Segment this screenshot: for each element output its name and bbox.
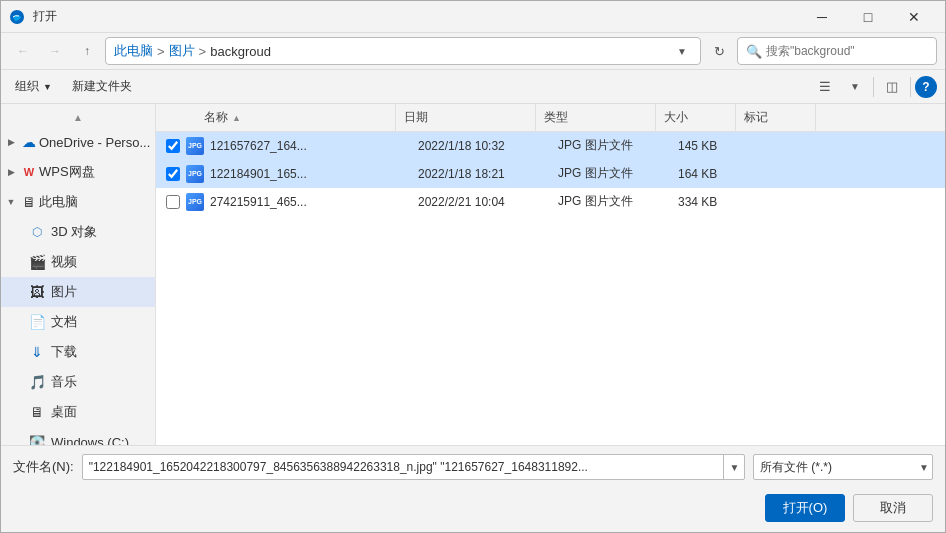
drivec-label: Windows (C:) [51, 435, 129, 446]
file-size-2: 334 KB [670, 195, 750, 209]
thispc-label: 此电脑 [39, 193, 78, 211]
file-name-1: 122184901_165... [210, 167, 410, 181]
sidebar-scroll-up: ▲ [1, 108, 155, 127]
pictures-label: 图片 [51, 283, 77, 301]
filename-input[interactable] [82, 454, 745, 480]
dialog-title: 打开 [33, 8, 799, 25]
breadcrumb-part-3: backgroud [210, 44, 271, 59]
up-button[interactable]: ↑ [73, 37, 101, 65]
breadcrumb-sep-2: > [199, 44, 207, 59]
music-label: 音乐 [51, 373, 77, 391]
title-bar: 打开 ─ □ ✕ [1, 1, 945, 33]
new-folder-button[interactable]: 新建文件夹 [66, 74, 138, 100]
organize-label: 组织 [15, 78, 39, 95]
column-header-type[interactable]: 类型 [536, 104, 656, 131]
column-header-name[interactable]: 名称 ▲ [196, 104, 396, 131]
forward-button[interactable]: → [41, 37, 69, 65]
cancel-button[interactable]: 取消 [853, 494, 933, 522]
drivec-icon: 💽 [29, 434, 45, 445]
file-icon-2: JPG [186, 193, 204, 211]
jpg-icon-0: JPG [186, 137, 204, 155]
sidebar-item-thispc[interactable]: ▼ 🖥 此电脑 [1, 187, 155, 217]
column-header-date[interactable]: 日期 [396, 104, 536, 131]
preview-button[interactable]: ◫ [878, 74, 906, 100]
file-checkbox-2[interactable] [164, 193, 182, 211]
sidebar-item-documents[interactable]: 📄 文档 [1, 307, 155, 337]
help-button[interactable]: ? [915, 76, 937, 98]
wps-collapse-icon: ▶ [5, 166, 17, 178]
file-list: JPG 121657627_164... 2022/1/18 10:32 JPG… [156, 132, 945, 445]
filetype-select-wrapper: 所有文件 (*.*) JPG 图片文件 (*.jpg) PNG 图片文件 (*.… [753, 454, 933, 480]
open-button[interactable]: 打开(O) [765, 494, 845, 522]
sidebar-item-downloads[interactable]: ⇓ 下载 [1, 337, 155, 367]
search-input[interactable] [766, 44, 928, 58]
file-size-0: 145 KB [670, 139, 750, 153]
filename-label: 文件名(N): [13, 458, 74, 476]
file-checkbox-1[interactable] [164, 165, 182, 183]
file-row-1[interactable]: JPG 122184901_165... 2022/1/18 18:21 JPG… [156, 160, 945, 188]
app-icon [9, 9, 25, 25]
file-type-1: JPG 图片文件 [550, 165, 670, 182]
breadcrumb-part-1: 此电脑 [114, 42, 153, 60]
file-type-0: JPG 图片文件 [550, 137, 670, 154]
3dobjects-label: 3D 对象 [51, 223, 97, 241]
music-icon: 🎵 [29, 374, 45, 390]
file-row-0[interactable]: JPG 121657627_164... 2022/1/18 10:32 JPG… [156, 132, 945, 160]
sidebar-item-music[interactable]: 🎵 音乐 [1, 367, 155, 397]
file-name-0: 121657627_164... [210, 139, 410, 153]
sidebar-item-wps[interactable]: ▶ W WPS网盘 [1, 157, 155, 187]
pictures-icon: 🖼 [29, 284, 45, 300]
file-checkbox-0[interactable] [164, 137, 182, 155]
minimize-button[interactable]: ─ [799, 1, 845, 33]
close-button[interactable]: ✕ [891, 1, 937, 33]
sidebar-item-3dobjects[interactable]: ⬡ 3D 对象 [1, 217, 155, 247]
file-date-0: 2022/1/18 10:32 [410, 139, 550, 153]
search-bar[interactable]: 🔍 [737, 37, 937, 65]
sidebar-item-desktop[interactable]: 🖥 桌面 [1, 397, 155, 427]
action-buttons: 打开(O) 取消 [1, 488, 945, 532]
breadcrumb-part-2: 图片 [169, 42, 195, 60]
videos-icon: 🎬 [29, 254, 45, 270]
filename-input-wrapper: ▼ [82, 454, 745, 480]
address-bar[interactable]: 此电脑 > 图片 > backgroud ▼ [105, 37, 701, 65]
view-dropdown-button[interactable]: ▼ [841, 74, 869, 100]
file-row-2[interactable]: JPG 274215911_465... 2022/2/21 10:04 JPG… [156, 188, 945, 216]
col-size-label: 大小 [664, 109, 688, 126]
view-details-button[interactable]: ☰ [811, 74, 839, 100]
sidebar-item-drivec[interactable]: 💽 Windows (C:) [1, 427, 155, 445]
view-separator [873, 77, 874, 97]
filename-dropdown-button[interactable]: ▼ [723, 454, 745, 480]
new-folder-label: 新建文件夹 [72, 78, 132, 95]
view-controls: ☰ ▼ ◫ ? [811, 74, 937, 100]
back-button[interactable]: ← [9, 37, 37, 65]
sidebar-item-videos[interactable]: 🎬 视频 [1, 247, 155, 277]
maximize-button[interactable]: □ [845, 1, 891, 33]
column-header-size[interactable]: 大小 [656, 104, 736, 131]
column-header-tag[interactable]: 标记 [736, 104, 816, 131]
thispc-icon: 🖥 [21, 194, 37, 210]
onedrive-icon: ☁ [21, 134, 37, 150]
organize-button[interactable]: 组织 ▼ [9, 74, 58, 100]
filetype-select[interactable]: 所有文件 (*.*) JPG 图片文件 (*.jpg) PNG 图片文件 (*.… [753, 454, 933, 480]
file-date-1: 2022/1/18 18:21 [410, 167, 550, 181]
search-icon: 🔍 [746, 44, 762, 59]
sidebar-item-pictures[interactable]: 🖼 图片 [1, 277, 155, 307]
wps-icon: W [21, 164, 37, 180]
sidebar: ▲ ▶ ☁ OneDrive - Perso... ▶ W WPS网盘 ▼ 🖥 … [1, 104, 156, 445]
command-bar: 组织 ▼ 新建文件夹 ☰ ▼ ◫ ? [1, 70, 945, 104]
documents-label: 文档 [51, 313, 77, 331]
address-dropdown-button[interactable]: ▼ [672, 41, 692, 61]
thispc-collapse-icon: ▼ [5, 196, 17, 208]
sidebar-item-onedrive[interactable]: ▶ ☁ OneDrive - Perso... [1, 127, 155, 157]
jpg-icon-2: JPG [186, 193, 204, 211]
desktop-icon: 🖥 [29, 404, 45, 420]
preview-separator [910, 77, 911, 97]
file-icon-1: JPG [186, 165, 204, 183]
onedrive-collapse-icon: ▶ [5, 136, 17, 148]
refresh-button[interactable]: ↻ [705, 37, 733, 65]
videos-label: 视频 [51, 253, 77, 271]
file-icon-0: JPG [186, 137, 204, 155]
main-area: ▲ ▶ ☁ OneDrive - Perso... ▶ W WPS网盘 ▼ 🖥 … [1, 104, 945, 445]
downloads-label: 下载 [51, 343, 77, 361]
file-date-2: 2022/2/21 10:04 [410, 195, 550, 209]
